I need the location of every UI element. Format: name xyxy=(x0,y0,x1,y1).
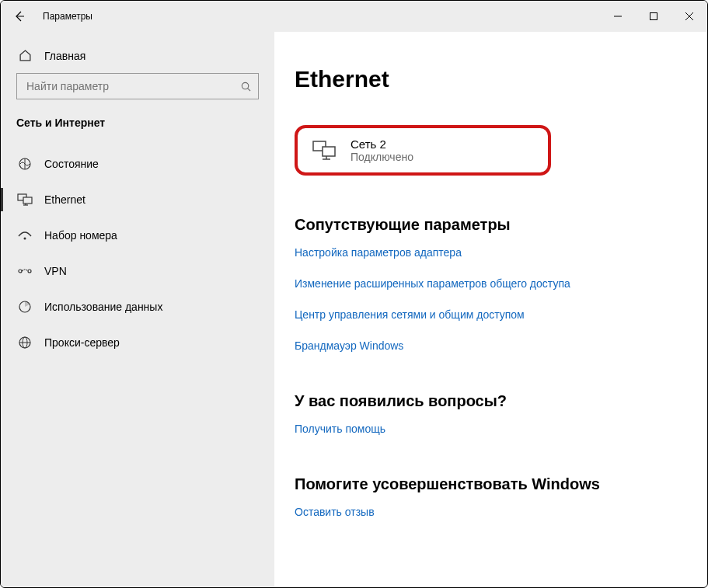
svg-point-15 xyxy=(28,270,31,273)
sidebar-item-ethernet[interactable]: Ethernet xyxy=(1,182,274,217)
ethernet-icon xyxy=(16,193,33,206)
proxy-icon xyxy=(16,336,33,350)
content-body: Главная Сеть и Интернет Состояние xyxy=(1,32,707,587)
link-adapter-settings[interactable]: Настройка параметров адаптера xyxy=(295,246,676,259)
svg-rect-10 xyxy=(23,197,32,204)
window-title: Параметры xyxy=(43,11,92,22)
vpn-icon xyxy=(16,266,33,276)
home-label: Главная xyxy=(44,50,85,62)
question-title: У вас появились вопросы? xyxy=(295,392,676,410)
svg-line-6 xyxy=(248,88,250,90)
settings-window: Параметры Главная xyxy=(0,0,708,588)
network-text: Сеть 2 Подключено xyxy=(351,137,413,163)
svg-point-5 xyxy=(242,82,248,89)
network-status: Подключено xyxy=(351,151,413,163)
close-button[interactable] xyxy=(671,1,707,32)
search-box[interactable] xyxy=(16,73,259,99)
svg-rect-21 xyxy=(323,147,335,156)
sidebar-item-label: VPN xyxy=(44,265,67,277)
link-get-help[interactable]: Получить помощь xyxy=(295,423,676,435)
main-content: Ethernet Сеть 2 Подключено Сопутствующие… xyxy=(274,32,707,587)
sidebar-item-status[interactable]: Состояние xyxy=(1,146,274,182)
link-sharing-settings[interactable]: Изменение расширенных параметров общего … xyxy=(295,277,676,290)
maximize-button[interactable] xyxy=(636,1,671,32)
sidebar-item-vpn[interactable]: VPN xyxy=(1,253,274,289)
search-input[interactable] xyxy=(25,79,240,93)
related-title: Сопутствующие параметры xyxy=(295,216,676,234)
sidebar-category: Сеть и Интернет xyxy=(1,99,274,134)
close-icon xyxy=(685,12,694,21)
window-controls xyxy=(600,1,707,32)
minimize-icon xyxy=(613,12,623,21)
home-link[interactable]: Главная xyxy=(1,43,274,73)
svg-point-14 xyxy=(19,270,22,273)
sidebar-item-data-usage[interactable]: Использование данных xyxy=(1,289,274,325)
nav-list: Состояние Ethernet Набор номера xyxy=(1,146,274,360)
data-usage-icon xyxy=(16,300,33,314)
home-icon xyxy=(16,49,33,62)
arrow-left-icon xyxy=(13,10,26,23)
link-network-center[interactable]: Центр управления сетями и общим доступом xyxy=(295,308,676,321)
network-name: Сеть 2 xyxy=(351,137,413,151)
sidebar-item-label: Прокси-сервер xyxy=(44,336,120,349)
back-button[interactable] xyxy=(1,1,38,32)
sidebar-item-label: Состояние xyxy=(44,158,99,170)
sidebar-item-label: Набор номера xyxy=(44,229,117,242)
sidebar-item-label: Использование данных xyxy=(44,301,162,313)
network-icon xyxy=(312,140,337,162)
sidebar-item-proxy[interactable]: Прокси-сервер xyxy=(1,325,274,360)
sidebar-item-label: Ethernet xyxy=(44,193,85,206)
minimize-button[interactable] xyxy=(600,1,636,32)
network-card[interactable]: Сеть 2 Подключено xyxy=(295,125,551,176)
link-feedback[interactable]: Оставить отзыв xyxy=(295,506,676,518)
search-wrap xyxy=(1,73,274,99)
sidebar-item-dialup[interactable]: Набор номера xyxy=(1,217,274,253)
improve-title: Помогите усовершенствовать Windows xyxy=(295,475,676,493)
dialup-icon xyxy=(16,230,33,241)
svg-rect-2 xyxy=(650,13,657,20)
titlebar: Параметры xyxy=(1,1,707,32)
maximize-icon xyxy=(649,12,658,21)
svg-point-13 xyxy=(24,238,26,240)
search-icon xyxy=(240,81,252,92)
page-title: Ethernet xyxy=(295,66,676,92)
status-icon xyxy=(16,157,33,171)
link-firewall[interactable]: Брандмауэр Windows xyxy=(295,339,676,352)
sidebar: Главная Сеть и Интернет Состояние xyxy=(1,32,274,587)
